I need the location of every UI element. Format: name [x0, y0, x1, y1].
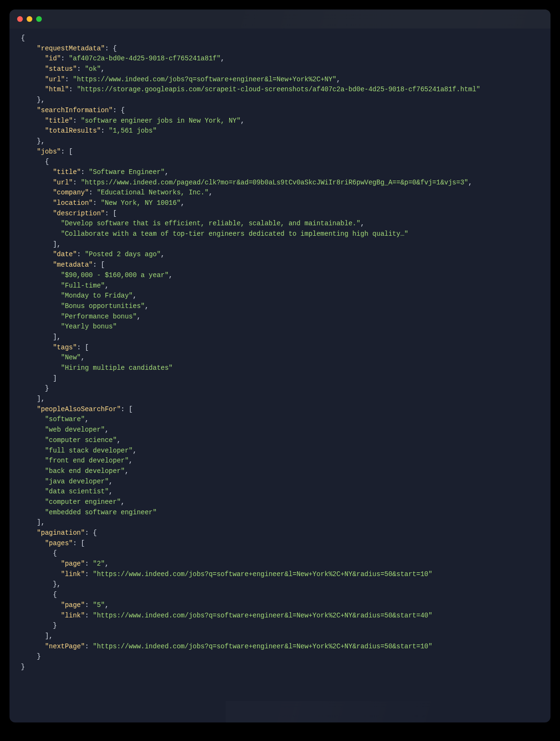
terminal-window: { "requestMetadata": { "id": "af407c2a-b… [10, 10, 550, 722]
close-icon[interactable] [17, 16, 23, 22]
titlebar [10, 10, 550, 29]
minimize-icon[interactable] [27, 16, 32, 22]
maximize-icon[interactable] [36, 16, 42, 22]
json-code-block[interactable]: { "requestMetadata": { "id": "af407c2a-b… [10, 29, 550, 701]
